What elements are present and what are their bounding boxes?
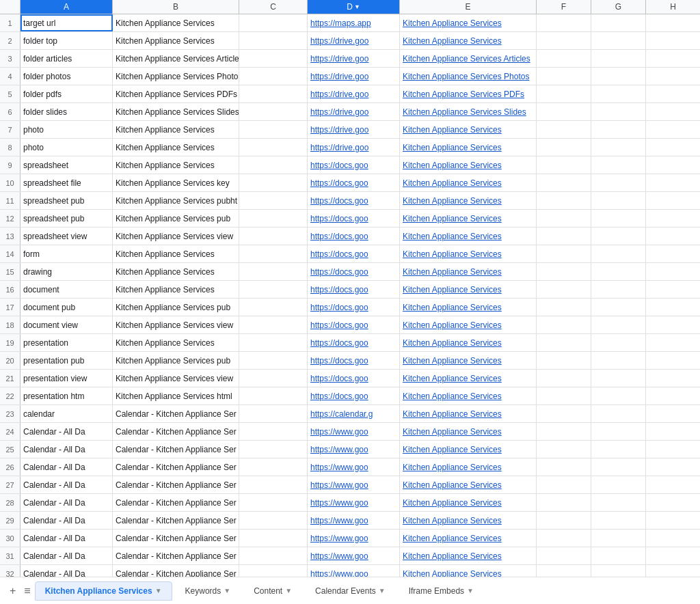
cell-h[interactable] bbox=[646, 530, 700, 547]
cell-e[interactable]: Kitchen Appliance Services bbox=[400, 316, 537, 333]
table-row[interactable]: 2folder topKitchen Appliance Serviceshtt… bbox=[0, 32, 700, 50]
cell-f[interactable] bbox=[537, 139, 591, 156]
cell-f[interactable] bbox=[537, 228, 591, 245]
cell-e[interactable]: Kitchen Appliance Services bbox=[400, 547, 537, 564]
cell-c[interactable] bbox=[239, 156, 308, 174]
cell-c[interactable] bbox=[239, 228, 308, 245]
cell-d[interactable]: https://maps.app bbox=[308, 14, 400, 31]
cell-g[interactable] bbox=[591, 139, 646, 156]
cell-b[interactable]: Kitchen Appliance Services view bbox=[113, 228, 239, 245]
cell-d[interactable]: https://drive.goo bbox=[308, 139, 400, 156]
cell-a[interactable]: photo bbox=[21, 121, 113, 138]
cell-g[interactable] bbox=[591, 494, 646, 511]
cell-c[interactable] bbox=[239, 476, 308, 493]
cell-b[interactable]: Calendar - Kitchen Appliance Ser bbox=[113, 565, 239, 577]
cell-g[interactable] bbox=[591, 476, 646, 493]
col-header-d[interactable]: D ▼ bbox=[308, 0, 400, 14]
cell-a[interactable]: folder photos bbox=[21, 68, 113, 85]
table-row[interactable]: 27Calendar - All DaCalendar - Kitchen Ap… bbox=[0, 476, 700, 494]
tab-dropdown-icon[interactable]: ▼ bbox=[285, 587, 292, 594]
cell-f[interactable] bbox=[537, 370, 591, 387]
cell-a[interactable]: spreadsheet view bbox=[21, 228, 113, 245]
table-row[interactable]: 9spreadsheetKitchen Appliance Servicesht… bbox=[0, 156, 700, 174]
cell-d[interactable]: https://drive.goo bbox=[308, 103, 400, 120]
cell-g[interactable] bbox=[591, 245, 646, 262]
table-row[interactable]: 1target urlKitchen Appliance Serviceshtt… bbox=[0, 14, 700, 32]
cell-g[interactable] bbox=[591, 50, 646, 67]
table-row[interactable]: 15drawingKitchen Appliance Serviceshttps… bbox=[0, 263, 700, 281]
cell-d[interactable]: https://www.goo bbox=[308, 565, 400, 577]
col-header-g[interactable]: G bbox=[591, 0, 646, 14]
cell-f[interactable] bbox=[537, 352, 591, 369]
cell-d[interactable]: https://drive.goo bbox=[308, 85, 400, 102]
cell-h[interactable] bbox=[646, 334, 700, 351]
cell-a[interactable]: folder slides bbox=[21, 103, 113, 120]
col-header-b[interactable]: B bbox=[113, 0, 239, 14]
cell-f[interactable] bbox=[537, 423, 591, 440]
cell-g[interactable] bbox=[591, 405, 646, 422]
cell-h[interactable] bbox=[646, 121, 700, 138]
cell-a[interactable]: Calendar - All Da bbox=[21, 530, 113, 547]
cell-a[interactable]: photo bbox=[21, 139, 113, 156]
cell-d[interactable]: https://docs.goo bbox=[308, 210, 400, 227]
cell-f[interactable] bbox=[537, 387, 591, 404]
cell-g[interactable] bbox=[591, 32, 646, 49]
cell-h[interactable] bbox=[646, 512, 700, 529]
cell-d[interactable]: https://docs.goo bbox=[308, 174, 400, 191]
cell-f[interactable] bbox=[537, 263, 591, 280]
cell-g[interactable] bbox=[591, 512, 646, 529]
sheets-menu-button[interactable]: ≡ bbox=[20, 582, 34, 600]
cell-b[interactable]: Kitchen Appliance Services view bbox=[113, 370, 239, 387]
cell-b[interactable]: Kitchen Appliance Services pub bbox=[113, 299, 239, 316]
cell-b[interactable]: Kitchen Appliance Services view bbox=[113, 316, 239, 333]
cell-f[interactable] bbox=[537, 192, 591, 209]
cell-e[interactable]: Kitchen Appliance Services Slides bbox=[400, 103, 537, 120]
cell-a[interactable]: Calendar - All Da bbox=[21, 494, 113, 511]
cell-a[interactable]: spreadsheet pub bbox=[21, 192, 113, 209]
cell-d[interactable]: https://docs.goo bbox=[308, 245, 400, 262]
cell-d[interactable]: https://docs.goo bbox=[308, 192, 400, 209]
cell-f[interactable] bbox=[537, 85, 591, 102]
cell-g[interactable] bbox=[591, 228, 646, 245]
cell-d[interactable]: https://www.goo bbox=[308, 423, 400, 440]
sheet-tab[interactable]: Content▼ bbox=[243, 581, 302, 601]
cell-c[interactable] bbox=[239, 263, 308, 280]
sheet-tab[interactable]: Calendar Events▼ bbox=[305, 581, 396, 601]
cell-c[interactable] bbox=[239, 441, 308, 458]
cell-c[interactable] bbox=[239, 281, 308, 298]
cell-a[interactable]: presentation htm bbox=[21, 387, 113, 404]
cell-c[interactable] bbox=[239, 14, 308, 31]
cell-e[interactable]: Kitchen Appliance Services bbox=[400, 299, 537, 316]
table-row[interactable]: 10spreadsheet fileKitchen Appliance Serv… bbox=[0, 174, 700, 192]
cell-h[interactable] bbox=[646, 565, 700, 577]
cell-b[interactable]: Calendar - Kitchen Appliance Ser bbox=[113, 405, 239, 422]
cell-a[interactable]: document bbox=[21, 281, 113, 298]
cell-d[interactable]: https://drive.goo bbox=[308, 32, 400, 49]
table-row[interactable]: 16documentKitchen Appliance Serviceshttp… bbox=[0, 281, 700, 299]
cell-f[interactable] bbox=[537, 512, 591, 529]
cell-d[interactable]: https://drive.goo bbox=[308, 121, 400, 138]
cell-e[interactable]: Kitchen Appliance Services bbox=[400, 228, 537, 245]
table-row[interactable]: 25Calendar - All DaCalendar - Kitchen Ap… bbox=[0, 441, 700, 458]
cell-g[interactable] bbox=[591, 565, 646, 577]
cell-f[interactable] bbox=[537, 68, 591, 85]
cell-f[interactable] bbox=[537, 334, 591, 351]
cell-b[interactable]: Kitchen Appliance Services key bbox=[113, 174, 239, 191]
cell-e[interactable]: Kitchen Appliance Services bbox=[400, 352, 537, 369]
cell-e[interactable]: Kitchen Appliance Services bbox=[400, 370, 537, 387]
table-row[interactable]: 3folder articlesKitchen Appliance Servic… bbox=[0, 50, 700, 68]
cell-b[interactable]: Kitchen Appliance Services Slides bbox=[113, 103, 239, 120]
cell-h[interactable] bbox=[646, 263, 700, 280]
cell-d[interactable]: https://docs.goo bbox=[308, 352, 400, 369]
cell-h[interactable] bbox=[646, 299, 700, 316]
cell-g[interactable] bbox=[591, 370, 646, 387]
table-row[interactable]: 4folder photosKitchen Appliance Services… bbox=[0, 68, 700, 85]
cell-a[interactable]: Calendar - All Da bbox=[21, 512, 113, 529]
cell-b[interactable]: Kitchen Appliance Services bbox=[113, 245, 239, 262]
cell-f[interactable] bbox=[537, 316, 591, 333]
cell-a[interactable]: Calendar - All Da bbox=[21, 547, 113, 564]
cell-c[interactable] bbox=[239, 494, 308, 511]
cell-b[interactable]: Kitchen Appliance Services Photo bbox=[113, 68, 239, 85]
cell-e[interactable]: Kitchen Appliance Services bbox=[400, 494, 537, 511]
cell-h[interactable] bbox=[646, 423, 700, 440]
